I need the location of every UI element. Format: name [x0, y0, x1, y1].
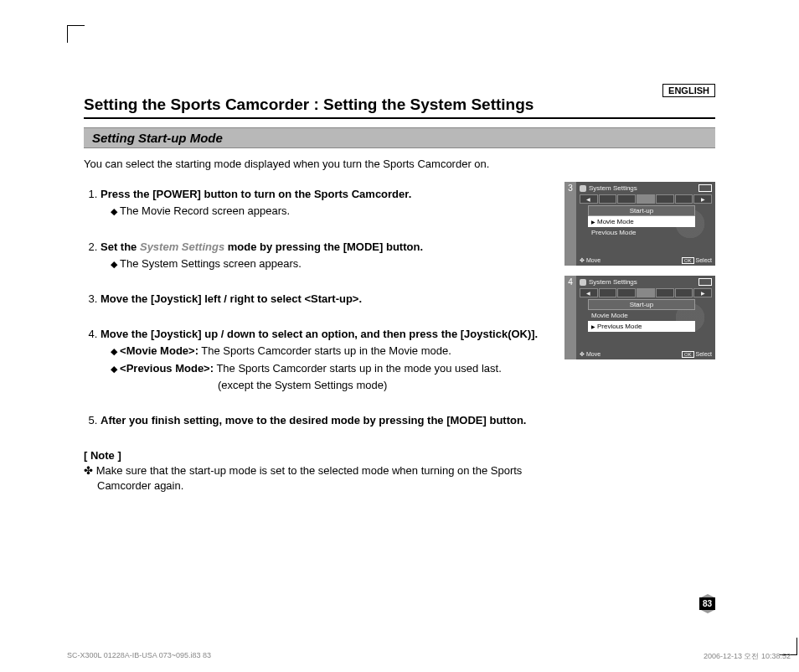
tab-icon — [656, 194, 674, 204]
page-number: 83 — [699, 597, 715, 610]
triangle-down-icon — [701, 610, 714, 613]
language-badge: ENGLISH — [662, 84, 715, 97]
settings-gear-icon — [580, 185, 586, 192]
tab-icon — [656, 288, 674, 297]
text-column: You can select the starting mode display… — [84, 157, 548, 494]
step-1: Press the [POWER] button to turn on the … — [101, 187, 548, 219]
step-4-bullet-1: <Movie Mode>: The Sports Camcorder start… — [111, 344, 548, 359]
tab-icon: ◀ — [580, 288, 598, 297]
crop-mark-tl — [67, 25, 85, 43]
tab-icon — [617, 194, 636, 204]
step-4-bullet-2: <Previous Mode>: The Sports Camcorder st… — [111, 361, 548, 376]
step-3-head: Move the [Joystick] left / right to sele… — [101, 292, 362, 305]
print-footer: SC-X300L 01228A-IB-USA 073~095.i83 83 20… — [67, 651, 791, 662]
step-4: Move the [Joystick] up / down to select … — [101, 327, 548, 393]
figure-4-tab-label: Start-up — [588, 299, 695, 310]
tab-icon — [599, 194, 617, 204]
select-hint: OK Select — [682, 257, 712, 264]
tab-icon — [637, 194, 655, 204]
settings-gear-icon — [580, 279, 586, 286]
note-body: ✤ Make sure that the start-up mode is se… — [84, 463, 548, 494]
tab-icon: ▶ — [693, 288, 712, 297]
figure-3-tab-label: Start-up — [588, 205, 695, 216]
note-bullet-icon: ✤ — [84, 464, 93, 477]
figure-4: 4 System Settings ◀ — [564, 276, 715, 359]
figure-3-number: 3 — [564, 182, 576, 266]
figure-4-screen: System Settings ◀ ▶ Start-up Movie Mode — [576, 276, 715, 359]
tab-icon — [675, 288, 693, 297]
footer-left: SC-X300L 01228A-IB-USA 073~095.i83 83 — [67, 651, 211, 662]
figure-3-screen: System Settings ◀ ▶ Start-up Movie Mode — [576, 182, 715, 266]
battery-icon — [698, 184, 712, 192]
figure-4-option-2: Previous Mode — [588, 321, 695, 332]
step-1-bullet-1: The Movie Record screen appears. — [111, 204, 548, 219]
step-2: Set the System Settings mode by pressing… — [101, 240, 548, 271]
figure-3-option-2: Previous Mode — [588, 227, 695, 238]
tab-icon: ▶ — [693, 194, 712, 204]
figure-3-title: System Settings — [589, 184, 637, 192]
note-text: Make sure that the start-up mode is set … — [96, 464, 523, 492]
section-subtitle: Setting Start-up Mode — [84, 127, 715, 148]
figure-4-option-1: Movie Mode — [588, 310, 695, 321]
battery-icon — [698, 278, 712, 286]
intro-text: You can select the starting mode display… — [84, 157, 548, 172]
tab-icon — [637, 288, 655, 297]
step-3: Move the [Joystick] left / right to sele… — [101, 292, 548, 307]
figure-3: 3 System Settings ◀ — [564, 182, 715, 266]
figures-column: 3 System Settings ◀ — [564, 157, 715, 494]
move-hint: ✥ Move — [580, 257, 601, 264]
page-number-decoration: 83 — [699, 594, 715, 613]
tab-icon — [617, 288, 636, 297]
tab-icon — [675, 194, 693, 204]
step-2-head: Set the System Settings mode by pressing… — [101, 240, 423, 253]
tab-icon: ◀ — [580, 194, 598, 204]
move-hint: ✥ Move — [580, 351, 601, 358]
select-hint: OK Select — [682, 351, 712, 358]
footer-right: 2006-12-13 오전 10:38:52 — [704, 651, 791, 662]
page-title: Setting the Sports Camcorder : Setting t… — [84, 84, 715, 119]
tab-icon — [599, 288, 617, 297]
step-5: After you finish setting, move to the de… — [101, 413, 548, 428]
figure-3-option-1: Movie Mode — [588, 216, 695, 227]
figure-4-title: System Settings — [589, 278, 637, 286]
step-4-subtext: (except the System Settings mode) — [101, 378, 548, 393]
figure-4-number: 4 — [564, 276, 576, 359]
step-4-head: Move the [Joystick] up / down to select … — [101, 328, 538, 340]
page-content: ENGLISH Setting the Sports Camcorder : S… — [84, 84, 715, 638]
step-2-bullet-1: The System Settings screen appears. — [111, 256, 548, 271]
note-heading: [ Note ] — [84, 448, 548, 463]
step-5-head: After you finish setting, move to the de… — [101, 414, 526, 426]
step-1-head: Press the [POWER] button to turn on the … — [101, 188, 411, 200]
